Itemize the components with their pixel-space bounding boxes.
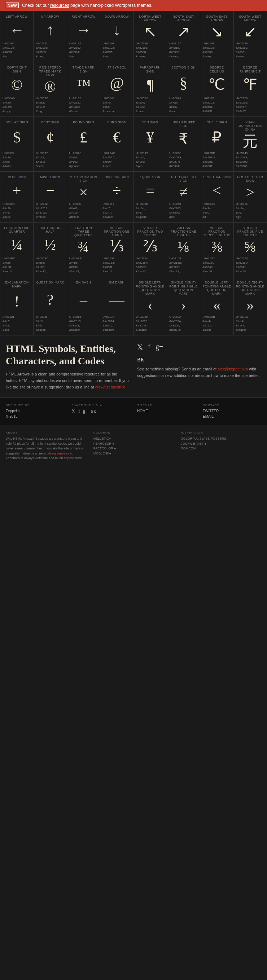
cell-symbol: ¢ [46,126,54,149]
footer-gplus-icon[interactable]: g+ [83,408,88,414]
cell-codes: U+05143 &#x5143; &#20803; &#20803; [236,151,264,169]
cell-label: VULGAR FRACTION THREE EIGHTHS [202,226,231,237]
twitter-icon-main[interactable]: 𝕏 [137,343,143,351]
main-description: HTML Arrows is a clean and comprehensive… [6,371,130,390]
sitemap-home[interactable]: HOME [137,408,195,414]
cell-codes: U+02192 &#x2192; &#8594; &rarr; [69,41,98,59]
cell-label: SECTION SIGN [172,66,195,69]
cell-label: VULGAR FRACTION ONE EIGHTH [169,226,198,237]
symbol-cell: SINGLE LEFT-POINTING ANGLE QUOTATION MAR… [134,277,167,336]
symbol-cell: COPYRIGHT SIGN©U+000A9 &#xa9; &#169; &co… [0,62,33,117]
contact-twitter[interactable]: TWITTER [203,408,261,414]
cell-symbol: ⅛ [178,239,189,254]
cell-label: UP ARROW [41,15,59,18]
gplus-icon-main[interactable]: g+ [156,343,163,351]
cell-codes: U+02193 &#x2193; &#8595; &darr; [102,41,131,59]
cell-label: NORTH EAST ARROW [169,15,198,22]
symbol-cell: UP ARROW↑U+02191 &#x2191; &#8593; &uarr; [33,11,67,62]
symbol-cell: PARAGRAPH SIGN¶U+000B6 &#xb6; &#182; &pa… [134,62,167,117]
new-badge: NEW [6,3,19,8]
top-bar-text: Check out our [22,3,49,8]
resources-link[interactable]: resources [50,3,69,8]
cell-codes: U+02154 &#x2154; &#8532; &frac23; [136,256,165,274]
symbol-cell: SOUTH EAST ARROW↘U+02198 &#x2198; &#8600… [200,11,234,62]
cell-symbol: « [213,298,221,313]
cell-codes: U+02014 &#x2014; &#8212; &mdash; [102,315,131,332]
cell-codes: U+000A3 &#xa3; &#163; &pound; [69,151,98,169]
symbol-cell: INDIAN RUPEE SIGN₹U+020B9 &#x20B9; &#837… [167,117,200,172]
symbol-cell: DOLLAR SIGN$U+00024 &#x24; &#36; &dollar… [0,117,33,172]
cell-symbol: ½ [44,235,56,254]
cell-symbol: © [11,75,23,94]
cell-codes: U+000A2 &#xa2; &#162; &cent; [36,151,64,169]
symbol-cell: AT SYMBOL@U+00040 &#x40; &#64; &commat; [100,62,134,117]
about-text: Why HTML Arrows? Because we wanted a cle… [6,436,86,461]
symbol-cell: DEGREE CELSIUS℃U+02103 &#x2103; &#8451; … [200,62,234,117]
cell-symbol: € [113,126,121,149]
cell-label: DOLLAR SIGN [5,121,28,124]
symbol-cell: VULGAR FRACTION TWO THIRDS⅔U+02154 &#x21… [134,223,167,277]
footer: DESIGNED BY Zeppelin © 2015 SHARE THE ♡ … [0,398,267,425]
cell-codes: U+02190 &#x2190; &#8592; &larr; [3,41,31,59]
footer-vk-icon[interactable]: вк [91,408,96,414]
vk-icon-main[interactable]: вк [137,355,144,363]
cell-codes: U+02197 &#x2197; &#8599; &nearr; [169,41,198,59]
cell-symbol: ! [14,290,19,313]
about-col: ABOUT Why HTML Arrows? Because we wanted… [6,431,86,461]
something-email-link[interactable]: alex@zeppelin.io [218,367,248,371]
cell-codes: U+0002B &#x2b; &#43; &plus; [3,202,31,219]
something-missing-text: See something missing? Send us an email … [137,366,261,379]
cell-codes: U+020B9 &#x20B9; &#8377; &#8381; [169,151,198,169]
cell-label: LEFT ARROW [6,15,28,18]
cell-symbol: @ [110,72,124,94]
cell-label: PLUS SIGN [8,175,26,179]
cell-codes: U+000A9 &#xa9; &#169; &copy; [3,96,31,114]
symbol-grid: LEFT ARROW←U+02190 &#x2190; &#8592; &lar… [0,11,267,336]
symbol-cell: EN DASH–U+02013 &#x2013; &#8211; &ndash; [67,277,100,336]
cell-codes: U+02109 &#x2109; &#8457; &#8457; [236,96,264,114]
designed-by-value: Zeppelin [6,408,64,414]
cell-symbol: ↙ [244,24,256,39]
cell-label: MULTIPLICATION SIGN [69,175,98,183]
cell-symbol: ⅝ [245,239,256,254]
symbol-cell: DEGREE FAHRENHEIT℉U+02109 &#x2109; &#845… [234,62,267,117]
cell-symbol: ™ [76,75,91,94]
share-label: SHARE THE ♡ VIA [72,404,130,407]
cell-label: YEN SIGN [142,121,158,124]
symbol-cell: RIGHT ARROW→U+02192 &#x2192; &#8594; &ra… [67,11,100,62]
cell-symbol: ↓ [113,21,121,39]
cell-codes: U+00021 &#x21; &#33; &excl; [3,315,31,332]
footer-facebook-icon[interactable]: f [78,408,80,414]
cell-label: QUESTION MARK [36,281,64,284]
cell-label: NORTH WEST ARROW [136,15,165,22]
cell-label: FRACTION ONE HALF [36,226,64,233]
cell-codes: U+00024 &#x24; &#36; &dollar; [3,151,31,169]
cell-symbol: 元 [242,134,257,149]
main-email-link[interactable]: alex@zeppelin.io [95,385,126,389]
footer-twitter-icon[interactable]: 𝕏 [72,408,75,414]
cell-label: POUND SIGN [73,121,94,124]
cell-symbol: — [109,287,124,313]
cell-codes: U+000A7 &#xa7; &#167; &sect; [169,96,198,114]
cell-symbol: ≠ [179,185,188,200]
facebook-icon-main[interactable]: f [148,343,151,351]
cell-codes: U+02039 &#x2039; &#8249; &lsaquo; [136,315,165,332]
cell-codes: U+02196 &#x2196; &#8598; &nwarr; [136,41,165,59]
contact-email[interactable]: EMAIL [203,414,261,419]
cell-label: EQUAL SIGN [140,175,161,179]
cell-label: DEGREE CELSIUS [202,66,231,73]
cell-symbol: ↖ [144,24,157,39]
cell-codes: U+0003D &#x3d; &#61; &equals; [136,202,165,219]
cell-codes: U+000BC &#xbc; &#188; &frac14; [3,256,31,274]
about-email-link[interactable]: alex@zeppelin.io [47,452,72,455]
cell-label: DOUBLE RIGHT-POINTING ANGLE QUOTATION MA… [236,281,264,295]
cell-codes: U+000D7 &#xd7; &#215; &times; [69,202,98,219]
symbol-cell: YEN SIGN¥U+000A5 &#xa5; &#165; &yen; [134,117,167,172]
cell-symbol: ↑ [46,21,54,39]
cell-label: VULGAR FRACTION TWO THIRDS [136,226,165,237]
cell-symbol: § [180,72,187,94]
symbol-cell: EURO SIGN€U+020AC &#x20AC; &#8364; &euro… [100,117,134,172]
cell-codes: U+000B6 &#xb6; &#182; &para; [136,96,165,114]
symbol-cell: QUESTION MARK?U+0003F &#x3f; &#63; &ques… [33,277,67,336]
cell-label: REGISTERED TRADE MARK SIGN [36,66,64,77]
